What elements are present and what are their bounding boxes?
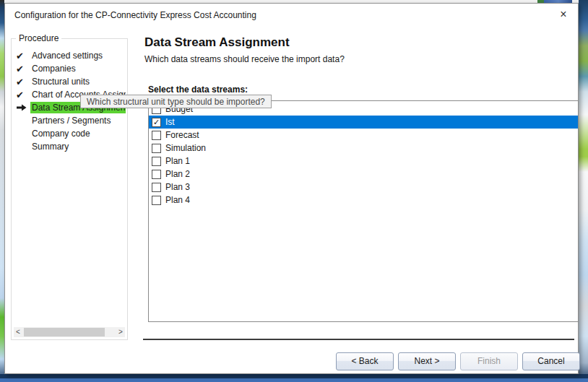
scroll-left-icon[interactable]: < <box>14 327 22 337</box>
list-item-plan-4[interactable]: Plan 4 <box>149 194 578 207</box>
scrollbar-thumb[interactable] <box>24 328 105 337</box>
procedure-group-label: Procedure <box>16 33 61 43</box>
list-item-simulation[interactable]: Simulation <box>149 142 578 155</box>
checkbox[interactable] <box>152 183 161 192</box>
checkbox[interactable] <box>152 144 161 153</box>
page-subtitle: Which data streams should receive the im… <box>144 54 345 64</box>
step-company-code: Company code <box>14 127 126 140</box>
check-icon: ✔ <box>16 77 24 87</box>
window-title: Configuration for the CP-Connectivity Ex… <box>14 10 256 20</box>
horizontal-scrollbar[interactable]: < > <box>14 327 125 337</box>
list-item-label: Ist <box>165 117 175 127</box>
step-advanced-settings: ✔ Advanced settings <box>14 49 126 62</box>
check-icon: ✔ <box>16 90 24 100</box>
step-label: Summary <box>30 141 70 152</box>
check-icon: ✔ <box>16 64 24 74</box>
page-title: Data Stream Assignment <box>144 35 290 50</box>
data-streams-listbox[interactable]: Budget ✓ Ist Forecast Simulation Plan 1 … <box>148 100 579 322</box>
scroll-right-icon[interactable]: > <box>116 327 125 337</box>
check-icon: ✓ <box>153 118 160 126</box>
step-label: Companies <box>30 63 77 74</box>
checkbox[interactable] <box>152 170 161 179</box>
step-label: Advanced settings <box>30 50 104 61</box>
step-label: Structural units <box>30 76 91 87</box>
list-item-label: Plan 3 <box>165 182 190 192</box>
step-summary: Summary <box>14 140 126 153</box>
procedure-panel: Procedure ✔ Advanced settings ✔ Companie… <box>11 38 128 340</box>
list-item-label: Forecast <box>165 130 199 140</box>
step-label: Company code <box>30 128 92 139</box>
step-partners-segments: Partners / Segments <box>14 114 126 127</box>
next-button[interactable]: Next > <box>398 352 456 370</box>
wizard-dialog: Configuration for the CP-Connectivity Ex… <box>4 3 579 374</box>
title-bar[interactable]: Configuration for the CP-Connectivity Ex… <box>5 4 578 25</box>
checkbox-checked[interactable]: ✓ <box>152 118 161 127</box>
step-structural-units: ✔ Structural units <box>14 75 126 88</box>
list-item-label: Plan 4 <box>165 195 190 205</box>
list-item-label: Plan 1 <box>165 156 190 166</box>
tooltip: Which structural unit type should be imp… <box>80 95 272 108</box>
checkbox[interactable] <box>152 157 161 166</box>
footer-separator <box>143 339 574 340</box>
arrow-right-icon <box>16 103 27 112</box>
close-icon[interactable]: × <box>556 7 571 22</box>
background-window-right-edge <box>579 0 588 382</box>
background-taskbar-strip <box>0 374 588 382</box>
list-item-plan-3[interactable]: Plan 3 <box>149 181 578 194</box>
back-button[interactable]: < Back <box>336 352 394 370</box>
list-item-plan-2[interactable]: Plan 2 <box>149 168 578 181</box>
list-item-forecast[interactable]: Forecast <box>149 129 578 142</box>
list-item-plan-1[interactable]: Plan 1 <box>149 155 578 168</box>
check-icon: ✔ <box>16 51 24 61</box>
list-item-ist[interactable]: ✓ Ist <box>149 116 578 129</box>
checkbox[interactable] <box>152 131 161 140</box>
finish-button[interactable]: Finish <box>460 352 518 370</box>
checkbox[interactable] <box>152 196 161 205</box>
list-item-label: Simulation <box>165 143 206 153</box>
step-companies: ✔ Companies <box>14 62 126 75</box>
data-streams-label: Select the data streams: <box>148 84 248 95</box>
list-item-label: Plan 2 <box>165 169 190 179</box>
cancel-button[interactable]: Cancel <box>522 352 580 370</box>
step-label: Partners / Segments <box>30 115 112 126</box>
